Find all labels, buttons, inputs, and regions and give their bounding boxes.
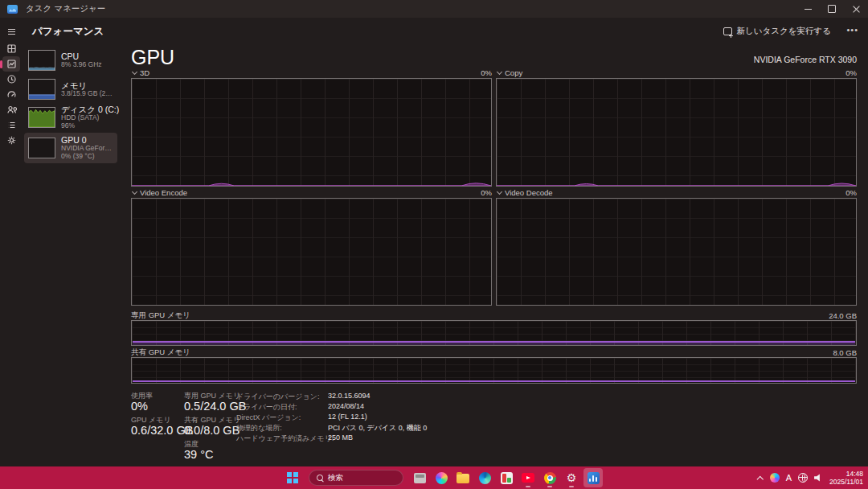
maximize-button[interactable] — [820, 0, 844, 18]
page-title: パフォーマンス — [32, 25, 104, 39]
tray-copilot-icon[interactable] — [770, 473, 780, 483]
taskbar-search[interactable]: 検索 — [309, 470, 403, 486]
settings-button[interactable]: ⚙ — [562, 468, 581, 487]
chart-header-video-decode[interactable]: Video Decode 0% — [496, 187, 857, 197]
perf-item-memory[interactable]: メモリ 3.8/15.9 GB (24%) — [24, 76, 117, 103]
chart-label: Copy — [505, 68, 522, 77]
chart-3d — [131, 78, 492, 187]
chrome-button[interactable] — [540, 468, 559, 487]
chart-copy — [496, 78, 857, 187]
perf-item-name: GPU 0 — [61, 135, 114, 145]
processes-icon[interactable] — [2, 41, 20, 56]
menu-icon[interactable] — [2, 24, 20, 39]
perf-item-detail2: 96% — [61, 122, 114, 130]
copilot-button[interactable] — [432, 468, 451, 487]
chart-value: 0% — [845, 68, 857, 77]
directx-version-value: 12 (FL 12.1) — [328, 413, 367, 421]
perf-item-name: CPU — [61, 51, 102, 61]
startup-apps-icon[interactable] — [2, 87, 20, 102]
chart-value: 0% — [845, 188, 857, 197]
chart-video-encode — [131, 198, 492, 306]
chart-label: Video Decode — [505, 188, 553, 197]
start-button[interactable] — [283, 468, 302, 487]
taskbar: 検索 ⚙ A 14:48 2025/11/01 — [0, 466, 868, 489]
gpu-mini-chart — [28, 138, 55, 158]
chart-value: 0% — [481, 188, 492, 197]
shared-memory-value: 0.0/8.0 GB — [184, 424, 240, 437]
chart-header-3d[interactable]: 3D 0% — [131, 68, 492, 77]
window-app-icon — [414, 473, 426, 483]
chart-dedicated-memory — [131, 320, 857, 346]
store-app-button[interactable] — [497, 468, 516, 487]
chart-scale: 8.0 GB — [833, 348, 857, 357]
task-manager-app-icon — [7, 5, 18, 14]
store-app-icon — [501, 472, 513, 484]
more-options-button[interactable]: ••• — [846, 25, 858, 35]
window-app-button[interactable] — [410, 468, 429, 487]
chrome-icon — [544, 472, 556, 484]
file-explorer-button[interactable] — [453, 468, 473, 487]
perf-item-name: ディスク 0 (C:) — [61, 105, 117, 114]
task-manager-button[interactable] — [583, 468, 603, 487]
perf-item-detail: NVIDIA GeForce R... — [61, 145, 114, 153]
perf-item-disk[interactable]: ディスク 0 (C:) HDD (SATA) 96% — [24, 102, 117, 133]
services-icon[interactable] — [2, 133, 20, 148]
run-new-task-button[interactable]: 新しいタスクを実行する — [719, 23, 836, 39]
search-placeholder: 検索 — [328, 473, 343, 483]
perf-item-detail: HDD (SATA) — [61, 114, 114, 122]
cpu-mini-chart — [28, 50, 55, 71]
edge-icon — [479, 472, 491, 484]
chart-scale: 24.0 GB — [829, 311, 857, 320]
window-title: タスク マネージャー — [26, 3, 105, 14]
nav-rail — [0, 18, 23, 466]
users-icon[interactable] — [2, 102, 20, 117]
youtube-icon — [522, 473, 534, 483]
app-history-icon[interactable] — [2, 72, 20, 87]
tray-expand-icon[interactable] — [757, 475, 764, 481]
chart-value: 0% — [481, 68, 492, 77]
chart-shared-memory — [131, 357, 857, 384]
clock[interactable]: 14:48 2025/11/01 — [829, 470, 863, 486]
run-new-task-label: 新しいタスクを実行する — [737, 26, 831, 37]
minimize-button[interactable] — [796, 0, 820, 18]
perf-item-detail2: 0% (39 °C) — [61, 153, 114, 161]
physical-location-label: 物理的な場所: — [236, 423, 282, 434]
network-icon[interactable] — [798, 473, 808, 483]
usage-value: 0% — [131, 400, 148, 413]
chevron-down-icon[interactable] — [131, 189, 137, 195]
gpu-device-name: NVIDIA GeForce RTX 3090 — [754, 55, 857, 64]
chart-header-shared-memory: 共有 GPU メモリ 8.0 GB — [131, 347, 857, 357]
edge-button[interactable] — [475, 468, 494, 487]
copilot-icon — [436, 472, 448, 484]
close-button[interactable] — [844, 0, 868, 18]
chevron-down-icon[interactable] — [131, 69, 137, 76]
chart-label: Video Encode — [140, 188, 187, 197]
perf-item-cpu[interactable]: CPU 8% 3.96 GHz — [24, 47, 117, 74]
task-manager-icon — [588, 472, 600, 484]
chevron-down-icon[interactable] — [496, 189, 502, 195]
hw-reserved-memory-label: ハードウェア予約済みメモリ: — [236, 434, 334, 444]
volume-icon[interactable] — [814, 474, 823, 482]
chart-header-video-encode[interactable]: Video Encode 0% — [131, 187, 492, 197]
hw-reserved-memory-value: 250 MB — [328, 434, 353, 442]
chart-label: 共有 GPU メモリ — [131, 347, 190, 358]
run-new-task-icon — [723, 27, 732, 35]
youtube-button[interactable] — [518, 468, 538, 487]
disk-mini-chart — [28, 107, 55, 128]
search-icon — [317, 475, 323, 481]
chevron-down-icon[interactable] — [496, 69, 502, 76]
folder-icon — [457, 474, 469, 483]
windows-logo-icon — [287, 472, 298, 483]
memory-mini-chart — [28, 79, 55, 100]
title-bar: タスク マネージャー — [0, 0, 868, 18]
chart-header-copy[interactable]: Copy 0% — [496, 68, 857, 77]
ime-indicator[interactable]: A — [786, 473, 792, 483]
gpu-page-title: GPU — [131, 46, 174, 69]
details-icon[interactable] — [2, 117, 20, 133]
temperature-value: 39 °C — [184, 448, 213, 461]
perf-item-gpu[interactable]: GPU 0 NVIDIA GeForce R... 0% (39 °C) — [24, 133, 117, 163]
perf-item-detail: 8% 3.96 GHz — [61, 61, 102, 69]
driver-date-value: 2024/08/14 — [328, 402, 364, 410]
performance-icon[interactable] — [2, 56, 20, 72]
memory-usage-fill — [133, 343, 855, 345]
